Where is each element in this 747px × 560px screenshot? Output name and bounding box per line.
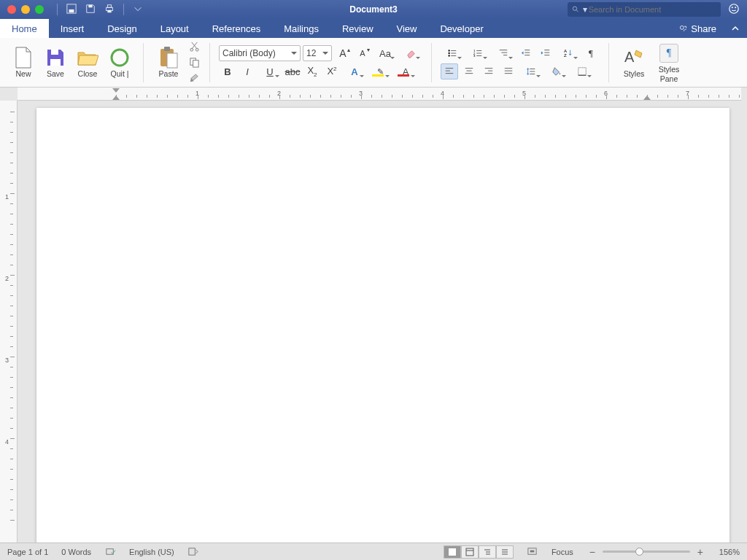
svg-rect-12 (51, 50, 58, 55)
ribbon-tabs: Home Insert Design Layout References Mai… (0, 19, 747, 38)
share-icon (678, 24, 688, 34)
vertical-ruler[interactable]: 1234 (0, 101, 18, 542)
tab-references[interactable]: References (201, 19, 272, 38)
svg-point-6 (573, 7, 576, 10)
increase-indent-button[interactable] (537, 45, 554, 61)
web-layout-view-button[interactable] (461, 545, 479, 559)
show-marks-button[interactable]: ¶ (582, 45, 600, 61)
subscript-button[interactable]: X2 (303, 63, 321, 79)
svg-rect-17 (167, 53, 177, 68)
align-center-button[interactable] (460, 63, 478, 79)
line-spacing-button[interactable] (519, 63, 543, 79)
sort-button[interactable]: AZ (557, 45, 580, 61)
focus-label[interactable]: Focus (551, 548, 573, 556)
tab-layout[interactable]: Layout (149, 19, 201, 38)
feedback-icon[interactable] (728, 3, 740, 17)
close-button[interactable]: Close (73, 47, 102, 78)
grow-font-button[interactable]: A▴ (334, 45, 352, 61)
font-name-select[interactable]: Calibri (Body) (219, 45, 301, 61)
print-icon[interactable] (104, 4, 115, 16)
styles-pane-icon: ¶ (658, 42, 680, 64)
borders-button[interactable] (570, 63, 594, 79)
svg-rect-4 (107, 4, 111, 7)
window-controls (7, 5, 44, 14)
outline-view-button[interactable] (479, 545, 496, 559)
svg-point-10 (735, 7, 736, 7)
svg-point-24 (448, 55, 449, 56)
zoom-control: − + (587, 546, 706, 558)
share-button[interactable]: Share (671, 19, 724, 38)
tab-developer[interactable]: Developer (428, 19, 495, 38)
search-box[interactable]: ▾ (568, 2, 721, 17)
search-input[interactable] (589, 5, 716, 14)
clear-formatting-button[interactable] (399, 45, 422, 61)
svg-rect-65 (449, 548, 456, 556)
change-case-button[interactable]: Aa (374, 45, 397, 61)
draft-view-button[interactable] (496, 545, 514, 559)
styles-button[interactable]: A Styles (618, 47, 650, 78)
zoom-value[interactable]: 156% (719, 548, 740, 556)
svg-rect-5 (107, 9, 111, 12)
zoom-out-button[interactable]: − (587, 546, 598, 558)
paste-button[interactable]: Paste (152, 47, 185, 78)
shading-button[interactable] (545, 63, 568, 79)
zoom-window-button[interactable] (35, 5, 44, 14)
justify-button[interactable] (500, 63, 517, 79)
align-left-button[interactable] (441, 63, 458, 79)
zoom-slider[interactable] (603, 551, 690, 553)
text-effects-button[interactable]: A (343, 63, 366, 79)
tab-insert[interactable]: Insert (49, 19, 96, 38)
new-button[interactable]: New (9, 47, 38, 78)
collapse-ribbon-button[interactable] (724, 19, 747, 38)
font-color-button[interactable]: A (394, 63, 417, 79)
svg-rect-21 (193, 61, 198, 67)
italic-button[interactable]: I (239, 63, 256, 79)
word-count[interactable]: 0 Words (61, 548, 91, 556)
svg-rect-60 (578, 68, 587, 76)
minimize-window-button[interactable] (21, 5, 30, 14)
document-page[interactable] (36, 108, 729, 542)
styles-pane-button[interactable]: ¶ Styles Pane (653, 42, 685, 83)
customize-qat-icon[interactable] (133, 4, 143, 16)
view-switcher (444, 545, 514, 559)
paint-bucket-icon (551, 66, 562, 77)
tab-home[interactable]: Home (0, 19, 49, 38)
format-painter-button[interactable] (187, 72, 201, 85)
cut-button[interactable] (187, 40, 201, 53)
svg-text:Z: Z (564, 52, 567, 58)
tab-design[interactable]: Design (96, 19, 148, 38)
quit-icon (109, 47, 131, 69)
save-icon[interactable] (85, 4, 96, 16)
decrease-indent-button[interactable] (517, 45, 535, 61)
superscript-button[interactable]: X2 (323, 63, 341, 79)
quit-button[interactable]: Quit | (105, 47, 134, 78)
font-size-select[interactable]: 12 (303, 45, 332, 61)
tab-mailings[interactable]: Mailings (272, 19, 330, 38)
focus-mode-icon[interactable] (527, 546, 538, 558)
bold-button[interactable]: B (219, 63, 236, 79)
copy-button[interactable] (187, 56, 201, 69)
language-indicator[interactable]: English (US) (129, 548, 174, 556)
bullets-button[interactable] (441, 45, 464, 61)
zoom-in-button[interactable]: + (694, 546, 706, 558)
save-button[interactable]: Save (41, 47, 70, 78)
highlight-button[interactable]: ✎ (368, 63, 392, 79)
align-right-button[interactable] (480, 63, 498, 79)
tab-review[interactable]: Review (330, 19, 385, 38)
multilevel-list-button[interactable] (492, 45, 515, 61)
autosave-icon[interactable] (66, 4, 77, 16)
svg-text:A: A (624, 49, 635, 65)
tab-view[interactable]: View (385, 19, 429, 38)
svg-point-14 (112, 50, 128, 66)
horizontal-ruler[interactable]: 1234567 (18, 88, 741, 101)
strikethrough-button[interactable]: abc (284, 63, 301, 79)
underline-button[interactable]: U (258, 63, 282, 79)
page-indicator[interactable]: Page 1 of 1 (7, 548, 48, 556)
accessibility-icon[interactable] (187, 546, 199, 558)
numbering-button[interactable]: 123 (466, 45, 489, 61)
print-layout-view-button[interactable] (444, 545, 461, 559)
close-window-button[interactable] (7, 5, 16, 14)
shrink-font-button[interactable]: A▾ (354, 45, 371, 61)
spellcheck-icon[interactable] (104, 546, 116, 558)
title-bar: Document3 ▾ (0, 0, 747, 19)
